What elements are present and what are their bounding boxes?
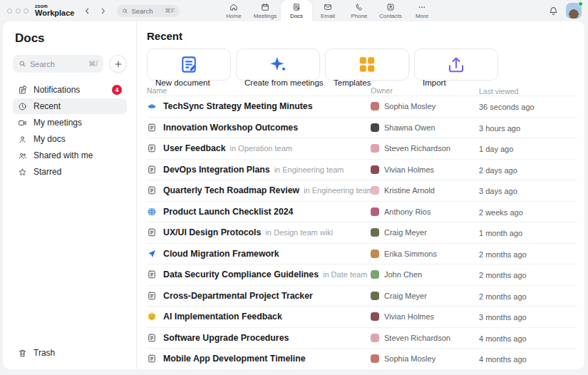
- forward-chevron-icon[interactable]: [99, 7, 107, 15]
- back-chevron-icon[interactable]: [83, 7, 91, 15]
- tab-email[interactable]: Email: [312, 0, 344, 21]
- docs-search-input[interactable]: Search ⌘/: [13, 55, 103, 73]
- sidebar-item-label: Shared with me: [33, 150, 93, 160]
- sidebar-item-my-meetings[interactable]: My meetings: [13, 115, 127, 130]
- owner-name: Shawna Owen: [384, 123, 435, 132]
- tab-meetings[interactable]: Meetings: [249, 0, 281, 21]
- owner-name: Vivian Holmes: [384, 312, 434, 321]
- tab-label: Phone: [351, 13, 367, 19]
- mail-icon: [324, 3, 332, 11]
- tab-docs[interactable]: Docs: [281, 0, 312, 21]
- doc-icon: [147, 123, 157, 133]
- doc-icon: [147, 291, 157, 301]
- owner-avatar: [371, 228, 379, 237]
- table-row[interactable]: AI Implementation Feedback Vivian Holmes…: [147, 306, 577, 327]
- owner-avatar: [371, 250, 379, 258]
- last-viewed-text: 4 months ago: [479, 355, 527, 364]
- table-row[interactable]: Innovation Workshop Outcomes Shawna Owen…: [147, 117, 577, 138]
- owner-name: Steven Richardson: [384, 144, 450, 153]
- doc-icon: [147, 333, 157, 343]
- table-row[interactable]: DevOps Integration Plans in Engineering …: [147, 159, 577, 180]
- sidebar-item-label: My meetings: [33, 118, 82, 128]
- last-viewed-text: 4 months ago: [479, 334, 527, 343]
- doc-title: AI Implementation Feedback: [163, 312, 282, 322]
- sidebar-item-notifications[interactable]: Notifications 4: [13, 82, 127, 98]
- last-viewed-text: 3 hours ago: [479, 124, 520, 133]
- owner-name: Erika Simmons: [384, 250, 437, 258]
- doc-title: Data Security Compliance Guidelines: [163, 269, 319, 279]
- tab-label: Home: [226, 13, 241, 19]
- tab-home[interactable]: Home: [218, 0, 249, 21]
- doc-team-suffix: in Date team: [323, 270, 367, 279]
- table-row[interactable]: Quarterly Tech Roadmap Review in Enginee…: [147, 180, 577, 201]
- doc-title: UX/UI Design Protocols: [163, 227, 261, 237]
- card-import[interactable]: Import: [414, 48, 498, 81]
- logo-product-text: Workplace: [35, 9, 74, 17]
- card-new-document[interactable]: New document: [147, 48, 231, 81]
- table-row[interactable]: Product Launch Checklist 2024 Anthony Ri…: [147, 201, 577, 222]
- person-icon: [18, 135, 27, 144]
- owner-avatar: [371, 165, 379, 174]
- tab-contacts[interactable]: Contacts: [375, 0, 406, 21]
- last-viewed-text: 36 seconds ago: [479, 103, 535, 111]
- window-controls: [7, 9, 29, 14]
- presence-indicator: [578, 1, 583, 6]
- tab-label: Email: [321, 13, 335, 19]
- card-templates[interactable]: Templates: [325, 48, 409, 81]
- new-doc-plus-button[interactable]: [109, 55, 127, 73]
- page-title: Recent: [147, 30, 577, 42]
- recent-docs-table: Name Owner Last viewed TechSync Strategy…: [147, 86, 577, 369]
- sidebar-search-row: Search ⌘/: [13, 55, 127, 73]
- table-row[interactable]: TechSync Strategy Meeting Minutes Sophia…: [147, 96, 577, 117]
- sidebar-item-trash[interactable]: Trash: [13, 345, 127, 361]
- window-close-button[interactable]: [7, 9, 12, 14]
- user-avatar[interactable]: [566, 3, 582, 19]
- trash-icon: [18, 349, 27, 358]
- doc-icon: [147, 143, 157, 153]
- sidebar-item-shared-with-me[interactable]: Shared with me: [13, 148, 127, 163]
- contacts-icon: [386, 3, 395, 11]
- notifications-bell-icon[interactable]: [548, 6, 559, 16]
- doc-title: Innovation Workshop Outcomes: [163, 123, 298, 133]
- tab-more[interactable]: More: [406, 0, 438, 21]
- topbar-right: [548, 3, 588, 19]
- window-minimize-button[interactable]: [16, 9, 21, 14]
- doc-title: Software Upgrade Procedures: [163, 333, 289, 343]
- table-row[interactable]: Data Security Compliance Guidelines in D…: [147, 264, 577, 285]
- last-viewed-text: 2 months ago: [479, 250, 527, 259]
- doc-team-suffix: in Operation team: [230, 144, 292, 153]
- owner-name: Kristine Arnold: [384, 186, 435, 195]
- table-row[interactable]: Cloud Migration Framework Erika Simmons …: [147, 243, 577, 264]
- card-create-from-meetings[interactable]: Create from meetings: [236, 48, 320, 81]
- notification-count-badge: 4: [112, 85, 122, 95]
- column-header-owner: Owner: [371, 86, 393, 95]
- sidebar-item-recent[interactable]: Recent: [13, 98, 127, 114]
- owner-avatar: [371, 207, 379, 216]
- tab-phone[interactable]: Phone: [344, 0, 375, 21]
- docs-icon: [292, 3, 301, 11]
- doc-icon: [147, 165, 157, 175]
- table-row[interactable]: Cross-Departmental Project Tracker Craig…: [147, 285, 577, 307]
- globe-icon: [147, 207, 157, 217]
- owner-name: Sophia Mosley: [384, 354, 435, 363]
- sidebar-item-starred[interactable]: Starred: [13, 164, 127, 180]
- table-row[interactable]: UX/UI Design Protocols in Design team wi…: [147, 222, 577, 243]
- doc-icon: [147, 269, 157, 279]
- doc-icon: [147, 185, 157, 195]
- docs-search-placeholder: Search: [30, 60, 55, 68]
- saucer-icon: [147, 101, 157, 111]
- app-tabs: Home Meetings Docs Email Phone Contacts …: [218, 0, 438, 21]
- table-row[interactable]: Software Upgrade Procedures Steven Richa…: [147, 327, 577, 349]
- owner-avatar: [371, 292, 379, 300]
- tab-label: Contacts: [379, 13, 402, 19]
- phone-icon: [355, 3, 363, 11]
- global-search-placeholder: Search: [131, 7, 153, 15]
- sidebar-item-my-docs[interactable]: My docs: [13, 131, 127, 147]
- table-row[interactable]: Mobile App Development Timeline Sophia M…: [147, 348, 577, 369]
- window-zoom-button[interactable]: [24, 9, 29, 14]
- global-search-input[interactable]: Search ⌘F: [117, 5, 180, 17]
- doc-title: DevOps Integration Plans: [163, 165, 270, 175]
- new-doc-icon: [155, 54, 222, 75]
- table-row[interactable]: User Feedback in Operation team Steven R…: [147, 138, 577, 159]
- sparkle-icon: [244, 54, 311, 75]
